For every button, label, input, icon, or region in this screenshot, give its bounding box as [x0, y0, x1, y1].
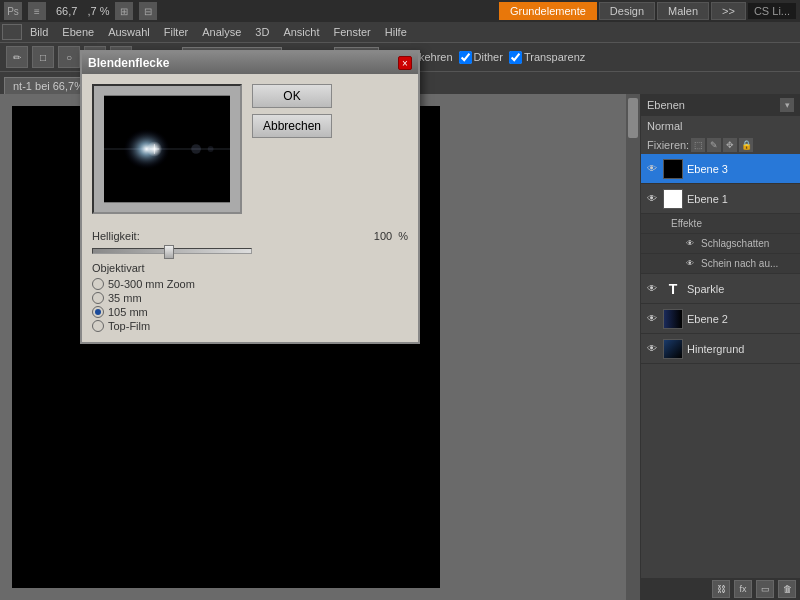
layers-list: 👁 Ebene 3 👁 Ebene 1 Effekte 👁 Schlagscha…	[641, 154, 800, 578]
layer-eye-schatten[interactable]: 👁	[683, 237, 697, 251]
panel-collapse-btn[interactable]: ▾	[780, 98, 794, 112]
menu-bar: Bild Ebene Auswahl Filter Analyse 3D Ans…	[0, 22, 800, 42]
menu-fenster[interactable]: Fenster	[327, 24, 376, 40]
dither-checkbox-label[interactable]: Dither	[459, 51, 503, 64]
dialog-close-btn[interactable]: ×	[398, 56, 412, 70]
layer-item-sparkle[interactable]: 👁 T Sparkle	[641, 274, 800, 304]
effects-label: Effekte	[671, 218, 702, 229]
menu-hilfe[interactable]: Hilfe	[379, 24, 413, 40]
app-icon: Ps	[4, 2, 22, 20]
menu-filter[interactable]: Filter	[158, 24, 194, 40]
layer-name-ebene2: Ebene 2	[687, 313, 796, 325]
workspace-tab-grundelemente[interactable]: Grundelemente	[499, 2, 597, 20]
radio-dot-35mm[interactable]	[92, 292, 104, 304]
helligkeit-label: Helligkeit:	[92, 230, 140, 242]
ok-button[interactable]: OK	[252, 84, 332, 108]
schlagschatten-label: Schlagschatten	[701, 238, 769, 249]
layer-item-hintergrund[interactable]: 👁 Hintergrund	[641, 334, 800, 364]
radio-35mm[interactable]: 35 mm	[92, 292, 408, 304]
layer-item-ebene3[interactable]: 👁 Ebene 3	[641, 154, 800, 184]
layer-thumb-hintergrund	[663, 339, 683, 359]
menu-3d[interactable]: 3D	[249, 24, 275, 40]
layer-name-sparkle: Sparkle	[687, 283, 796, 295]
layer-eye-ebene1[interactable]: 👁	[645, 192, 659, 206]
menu-analyse[interactable]: Analyse	[196, 24, 247, 40]
brush-tool-btn[interactable]: ✏	[6, 46, 28, 68]
zoom-level: 66,7	[56, 5, 77, 17]
zoom-unit: ,7 %	[87, 5, 109, 17]
tool-rect[interactable]: □	[32, 46, 54, 68]
menu-ebene[interactable]: Ebene	[56, 24, 100, 40]
delete-layer-btn[interactable]: 🗑	[778, 580, 796, 598]
radio-label-35mm: 35 mm	[108, 292, 142, 304]
menu-bild[interactable]: Bild	[24, 24, 54, 40]
radio-dot-top-film[interactable]	[92, 320, 104, 332]
layer-item-ebene2[interactable]: 👁 Ebene 2	[641, 304, 800, 334]
panel-footer: ⛓ fx ▭ 🗑	[641, 578, 800, 600]
radio-top-film[interactable]: Top-Film	[92, 320, 408, 332]
menu-auswahl[interactable]: Auswahl	[102, 24, 156, 40]
layer-eye-ebene2[interactable]: 👁	[645, 312, 659, 326]
layer-eye-ebene3[interactable]: 👁	[645, 162, 659, 176]
layer-thumb-ebene1	[663, 189, 683, 209]
layer-eye-sparkle[interactable]: 👁	[645, 282, 659, 296]
layer-name-hintergrund: Hintergrund	[687, 343, 796, 355]
link-layers-btn[interactable]: ⛓	[712, 580, 730, 598]
radio-dot-50-300[interactable]	[92, 278, 104, 290]
arrange-icon[interactable]: ⊟	[139, 2, 157, 20]
lens-flare-svg	[104, 94, 230, 204]
dialog-bottom: Helligkeit: 100 % Objektivart 50-300 mm …	[82, 224, 418, 342]
workspace-area: Grundelemente Design Malen >> CS Li...	[499, 2, 796, 20]
workspace-tab-malen[interactable]: Malen	[657, 2, 709, 20]
blend-mode-row: Normal	[641, 116, 800, 136]
fixieren-row: Fixieren: ⬚ ✎ ✥ 🔒	[641, 136, 800, 154]
fix-icon-3[interactable]: ✥	[723, 138, 737, 152]
view-icon[interactable]: ⊞	[115, 2, 133, 20]
fix-icon-1[interactable]: ⬚	[691, 138, 705, 152]
mask-btn[interactable]: ▭	[756, 580, 774, 598]
schlagschatten-item[interactable]: 👁 Schlagschatten	[641, 234, 800, 254]
workspace-tabs: Grundelemente Design Malen >>	[499, 2, 746, 20]
helligkeit-percent: %	[398, 230, 408, 242]
scroll-thumb[interactable]	[628, 98, 638, 138]
menu-file[interactable]	[2, 24, 22, 40]
menu-icon[interactable]: ≡	[28, 2, 46, 20]
dialog-preview[interactable]	[92, 84, 242, 214]
layer-eye-hintergrund[interactable]: 👁	[645, 342, 659, 356]
helligkeit-value: 100	[374, 230, 392, 242]
vertical-scrollbar[interactable]	[626, 94, 640, 600]
schein-item[interactable]: 👁 Schein nach au...	[641, 254, 800, 274]
radio-label-50-300: 50-300 mm Zoom	[108, 278, 195, 290]
workspace-more-btn[interactable]: >>	[711, 2, 746, 20]
preview-inner	[104, 96, 230, 202]
text-layer-indicator: T	[663, 279, 683, 299]
cancel-button[interactable]: Abbrechen	[252, 114, 332, 138]
menu-ansicht[interactable]: Ansicht	[277, 24, 325, 40]
workspace-tab-design[interactable]: Design	[599, 2, 655, 20]
fix-icon-2[interactable]: ✎	[707, 138, 721, 152]
svg-point-4	[191, 144, 201, 154]
dialog-buttons: OK Abbrechen	[252, 84, 332, 214]
radio-105mm[interactable]: 105 mm	[92, 306, 408, 318]
blendenflecke-dialog: Blendenflecke ×	[80, 50, 420, 344]
radio-50-300[interactable]: 50-300 mm Zoom	[92, 278, 408, 290]
fx-btn[interactable]: fx	[734, 580, 752, 598]
layers-panel: Ebenen ▾ Normal Fixieren: ⬚ ✎ ✥ 🔒 👁 Eben…	[640, 94, 800, 600]
helligkeit-slider[interactable]	[92, 248, 252, 254]
layer-item-ebene1[interactable]: 👁 Ebene 1	[641, 184, 800, 214]
dither-checkbox[interactable]	[459, 51, 472, 64]
transparenz-checkbox[interactable]	[509, 51, 522, 64]
radio-group: 50-300 mm Zoom 35 mm 105 mm Top-Film	[92, 278, 408, 332]
layer-thumb-ebene3	[663, 159, 683, 179]
layer-eye-schein[interactable]: 👁	[683, 257, 697, 271]
tool-circle[interactable]: ○	[58, 46, 80, 68]
top-bar: Ps ≡ 66,7 ,7 % ⊞ ⊟ Grundelemente Design …	[0, 0, 800, 22]
transparenz-checkbox-label[interactable]: Transparenz	[509, 51, 585, 64]
layer-name-ebene1: Ebene 1	[687, 193, 796, 205]
dialog-titlebar[interactable]: Blendenflecke ×	[82, 52, 418, 74]
radio-dot-105mm[interactable]	[92, 306, 104, 318]
panel-title: Ebenen	[647, 99, 685, 111]
fix-icon-4[interactable]: 🔒	[739, 138, 753, 152]
effects-group[interactable]: Effekte	[641, 214, 800, 234]
slider-thumb[interactable]	[164, 245, 174, 259]
